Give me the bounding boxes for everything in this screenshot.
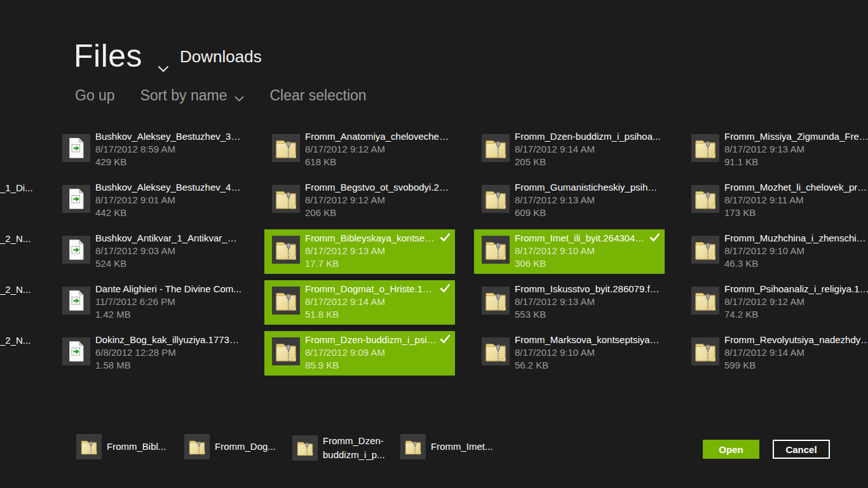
file-size: 173 KB [724, 207, 868, 219]
check-icon [649, 233, 660, 242]
file-tile[interactable]: Fromm_Anatomiya_chelovechesk... 8/17/201… [264, 128, 455, 172]
app-title-dropdown[interactable]: Files [74, 32, 169, 80]
file-name: Bushkov_Antikvar_1_Antikvar_122... [95, 232, 241, 245]
zipped-folder-icon [482, 337, 510, 365]
file-icon-tile [62, 337, 90, 365]
clipped-file-name-fragment[interactable]: _2_N... [0, 233, 31, 245]
file-date: 8/17/2012 8:59 AM [95, 143, 241, 156]
file-icon-tile [691, 287, 719, 315]
file-icon-tile [400, 434, 426, 459]
file-size: 85.9 KB [305, 359, 451, 372]
zipped-folder-icon [482, 185, 510, 213]
file-tile[interactable]: Fromm_Revolyutsiya_nadezhdyi.... 8/17/20… [684, 331, 868, 376]
file-size: 74.2 KB [724, 308, 868, 321]
file-date: 8/17/2012 9:13 AM [724, 143, 868, 156]
file-name: Fromm_Anatomiya_chelovechesk... [305, 130, 451, 143]
selected-check-icon [440, 233, 451, 245]
clear-selection-button[interactable]: Clear selection [269, 86, 366, 105]
file-name: Bushkov_Aleksey_Bestuzhev_3_S... [95, 130, 241, 143]
file-info: Bushkov_Aleksey_Bestuzhev_3_S... 8/17/20… [95, 130, 241, 168]
file-info: Fromm_Marksova_kontseptsiya_... 8/17/201… [515, 334, 661, 372]
file-icon-tile [482, 185, 510, 213]
file-icon-tile [272, 185, 300, 213]
file-tile[interactable]: Fromm_Dzen-buddizm_i_psihoa... 8/17/2012… [474, 128, 665, 172]
cancel-button[interactable]: Cancel [773, 440, 830, 459]
file-tile[interactable]: Bushkov_Antikvar_1_Antikvar_122... 8/17/… [55, 229, 245, 274]
go-up-label: Go up [75, 87, 115, 104]
clipped-file-name-fragment[interactable]: _2_N... [0, 334, 31, 347]
open-button[interactable]: Open [703, 440, 759, 459]
file-icon-tile [62, 287, 90, 315]
selected-file-name: Fromm_Dog... [215, 440, 276, 454]
file-icon-tile [482, 236, 510, 264]
file-size: 618 KB [305, 156, 451, 168]
file-tile[interactable]: Fromm_Begstvo_ot_svobodyi.22... 8/17/201… [264, 179, 455, 223]
file-icon-tile [292, 435, 318, 461]
zipped-folder-icon [691, 337, 719, 365]
selected-file-name: Fromm_Dzen-buddizm_i_p... [323, 434, 389, 462]
selected-check-icon [440, 283, 451, 295]
file-icon-tile [62, 134, 90, 162]
chevron-down-icon [158, 43, 169, 80]
clipped-file-name-fragment[interactable]: _2_N... [0, 283, 31, 296]
file-size: 429 KB [95, 156, 241, 168]
app-title: Files [74, 37, 142, 74]
file-icon-tile [691, 134, 719, 162]
file-name: Fromm_Dzen-buddizm_i_psihoa... [515, 130, 661, 143]
file-tile[interactable]: Fromm_Psihoanaliz_i_religiya.174... 8/17… [684, 280, 868, 325]
file-tile[interactable]: Fromm_Gumanisticheskiy_psihoa... 8/17/20… [474, 179, 665, 223]
zipped-folder-icon [691, 287, 719, 315]
file-icon-tile [482, 337, 510, 365]
file-tile[interactable]: Fromm_Imet_ili_byit.264304.fb2... 8/17/2… [474, 229, 665, 274]
check-icon [440, 334, 451, 344]
file-tile[interactable]: Dokinz_Bog_kak_illyuziya.177351.... 6/8/… [55, 331, 245, 376]
file-tile[interactable]: Fromm_Iskusstvo_byit.286079.fb... 8/17/2… [474, 280, 665, 325]
file-info: Fromm_Missiya_Zigmunda_Freyd... 8/17/201… [724, 130, 868, 168]
file-date: 8/17/2012 9:12 AM [305, 194, 451, 207]
file-size: 46.3 KB [724, 257, 868, 270]
file-name: Fromm_Marksova_kontseptsiya_... [515, 334, 661, 346]
file-info: Dante Alighieri - The Divine Com... 11/7… [95, 283, 241, 321]
file-tile[interactable]: Dante Alighieri - The Divine Com... 11/7… [55, 280, 245, 325]
file-icon-tile [691, 185, 719, 213]
selected-file-thumb[interactable]: Fromm_Dzen-buddizm_i_p... [292, 434, 389, 462]
selected-file-thumb[interactable]: Fromm_Dog... [184, 434, 276, 459]
file-size: 91.1 KB [724, 156, 868, 168]
file-date: 8/17/2012 9:12 AM [724, 295, 868, 308]
sort-by-name-button[interactable]: Sort by name [140, 86, 245, 105]
file-tile[interactable]: Bushkov_Aleksey_Bestuzhev_3_S... 8/17/20… [55, 128, 245, 172]
document-with-green-arrow-icon [62, 236, 90, 264]
file-tile[interactable]: Fromm_Missiya_Zigmunda_Freyd... 8/17/201… [684, 128, 868, 172]
file-date: 11/7/2012 6:26 PM [95, 295, 241, 308]
file-info: Bushkov_Aleksey_Bestuzhev_4_K... 8/17/20… [95, 181, 241, 219]
file-icon-tile [184, 434, 210, 459]
file-tile[interactable]: Fromm_Dogmat_o_Hriste.17449... 8/17/2012… [264, 280, 455, 325]
file-grid: Bushkov_Aleksey_Bestuzhev_3_S... 8/17/20… [55, 128, 868, 382]
file-icon-tile [691, 337, 719, 365]
file-tile[interactable]: Bushkov_Aleksey_Bestuzhev_4_K... 8/17/20… [55, 179, 245, 223]
go-up-button[interactable]: Go up [75, 86, 115, 105]
file-size: 1.42 MB [95, 308, 241, 321]
file-info: Fromm_Dzen-buddizm_i_psihoa... 8/17/2012… [305, 334, 451, 372]
selected-check-icon [649, 233, 660, 245]
file-tile[interactable]: Fromm_Bibleyskaya_kontseptsiya... 8/17/2… [264, 229, 455, 274]
check-icon [440, 233, 451, 242]
clipped-file-name-fragment[interactable]: _1_Di... [0, 182, 33, 194]
selected-file-thumb[interactable]: Fromm_Bibl... [76, 434, 166, 459]
file-tile[interactable]: Fromm_Muzhchina_i_zhenschina.... 8/17/20… [684, 229, 868, 274]
file-size: 599 KB [724, 359, 868, 372]
file-date: 8/17/2012 9:11 AM [724, 194, 868, 207]
file-info: Bushkov_Antikvar_1_Antikvar_122... 8/17/… [95, 232, 241, 270]
file-size: 17.7 KB [305, 257, 451, 270]
file-info: Fromm_Iskusstvo_byit.286079.fb... 8/17/2… [515, 283, 661, 321]
file-size: 553 KB [515, 308, 661, 321]
zipped-folder-icon [691, 185, 719, 213]
file-info: Dokinz_Bog_kak_illyuziya.177351.... 6/8/… [95, 334, 241, 372]
sort-by-label: Sort by name [140, 87, 227, 104]
toolbar: Go up Sort by name Clear selection [75, 86, 367, 105]
file-tile[interactable]: Fromm_Dzen-buddizm_i_psihoa... 8/17/2012… [264, 331, 455, 376]
file-tile[interactable]: Fromm_Marksova_kontseptsiya_... 8/17/201… [474, 331, 665, 376]
file-tile[interactable]: Fromm_Mozhet_li_chelovek_preo... 8/17/20… [684, 179, 868, 223]
zipped-folder-icon [272, 337, 300, 365]
selected-file-thumb[interactable]: Fromm_Imet... [400, 434, 493, 459]
